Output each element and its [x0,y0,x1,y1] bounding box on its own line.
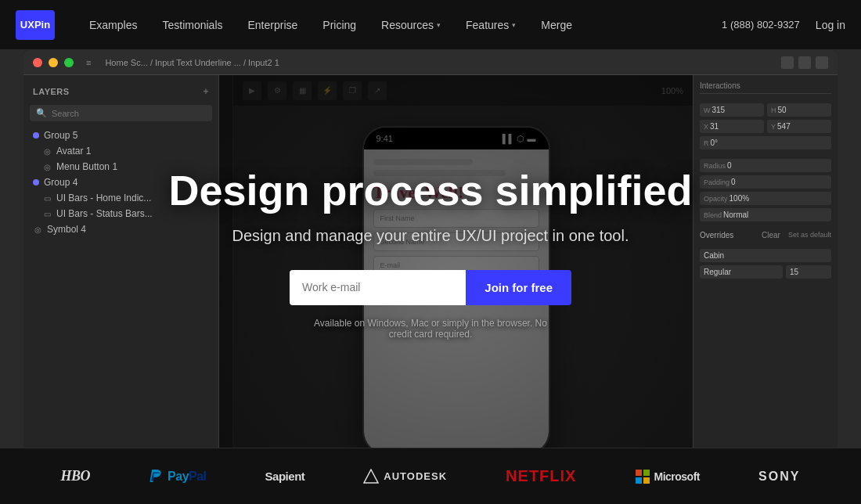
svg-rect-3 [636,477,642,484]
nav-features[interactable]: Features▾ [455,14,527,36]
x-value: 31 [710,122,719,131]
font-input[interactable]: Cabin [700,249,831,262]
layer-menubutton1[interactable]: ◎ Menu Button 1 [23,159,218,175]
phone-input-firstname: First Name [373,209,539,228]
right-panel: Interactions W 315 H 50 [693,75,838,504]
layer-rect-icon: ▭ [42,193,52,203]
search-placeholder: Search [52,109,79,118]
layer-label: Symbol 4 [47,224,86,235]
logo-autodesk: AUTODESK [363,469,447,484]
svg-rect-1 [636,470,642,476]
mockup-titlebar: ≡ Home Sc... / Input Text Underline ... … [23,50,838,75]
layer-avatar1[interactable]: ◎ Avatar 1 [23,143,218,159]
layer-symbol-icon: ◎ [33,225,42,234]
style-section: Radius 0 Padding 0 Opaci [700,159,831,221]
y-input[interactable]: Y 547 [767,120,831,133]
phone-time: 9:41 [376,134,393,143]
layer-group5[interactable]: Group 5 [23,128,218,143]
autodesk-logo-icon [363,469,379,484]
paypal-logo-text: PayPal [168,470,206,484]
settings-btn[interactable]: ⚙ [268,81,286,100]
font-weight-input[interactable]: Regular [700,265,783,279]
login-link[interactable]: Log in [816,19,845,31]
opacity-input[interactable]: Opacity 100% [700,192,831,205]
titlebar-play-icon[interactable] [781,56,794,69]
hbo-logo-text: HBO [61,468,91,484]
font-weight-value: Regular [704,268,731,276]
titlebar-export-icon[interactable] [798,56,811,69]
window-minimize-dot [49,58,58,67]
set-default-label[interactable]: Set as default [788,231,831,239]
sony-logo-text: SONY [758,470,800,484]
width-input[interactable]: W 315 [700,103,764,117]
padding-input[interactable]: Padding 0 [700,175,831,189]
blend-input[interactable]: Blend Normal [700,208,831,221]
overrides-label: Overrides [700,231,733,239]
layer-uibars-status[interactable]: ▭ UI Bars - Status Bars... [23,206,218,221]
phone-status-bar: 9:41 ▌▌ ⬡ ▬ [364,128,549,149]
logo-sony: SONY [758,470,800,484]
phone-number: 1 (888) 802-9327 [722,19,800,31]
y-value: 547 [777,122,791,131]
logo-paypal: PayPal [149,469,206,484]
layer-symbol4[interactable]: ◎ Symbol 4 [23,221,218,237]
layers-search[interactable]: 🔍 Search [30,105,212,121]
blend-value: Normal [723,211,748,219]
titlebar-share-icon[interactable] [816,56,828,69]
phone-input-label: First Name [380,214,532,222]
layout-btn[interactable]: ▦ [293,81,312,100]
layer-group4[interactable]: Group 4 [23,175,218,190]
x-input[interactable]: X 31 [700,120,764,133]
font-size-input[interactable]: 15 [786,265,831,279]
nav-pricing[interactable]: Pricing [312,14,367,36]
navbar: UXPin Examples Testimonials Enterprise P… [0,0,861,50]
layer-component-icon: ◎ [42,162,52,171]
nav-merge[interactable]: Merge [530,14,583,36]
window-close-dot [33,58,42,67]
titlebar-path: Home Sc... / Input Text Underline ... / … [105,58,775,67]
logo[interactable]: UXPin [16,10,55,40]
layer-label: Group 5 [44,130,77,141]
svg-rect-4 [643,477,650,484]
nav-enterprise[interactable]: Enterprise [237,14,309,36]
interactions-section: Interactions [700,81,831,94]
share-btn[interactable]: ↗ [368,81,387,100]
height-input[interactable]: H 50 [767,103,831,117]
autodesk-logo-text: AUTODESK [384,470,447,482]
rotate-value: 0° [711,139,719,147]
nav-resources[interactable]: Resources▾ [370,14,452,36]
font-size-value: 15 [790,268,798,276]
typography-section: Cabin Regular 15 [700,249,831,279]
clear-label[interactable]: Clear [762,231,780,239]
email-input[interactable] [290,270,466,305]
layer-label: UI Bars - Home Indic... [56,193,151,203]
layer-uibars-home[interactable]: ▭ UI Bars - Home Indic... [23,190,218,206]
flash-btn[interactable]: ⚡ [318,81,337,100]
search-icon: 🔍 [36,108,47,118]
height-value: 50 [778,106,787,114]
phone-signals: ▌▌ ⬡ ▬ [503,134,536,144]
nav-right: 1 (888) 802-9327 Log in [722,19,845,31]
radius-input[interactable]: Radius 0 [700,159,831,172]
rotate-input[interactable]: R 0° [700,136,831,149]
font-value: Cabin [704,251,724,260]
video-btn[interactable]: ▶ [243,81,261,100]
padding-value: 0 [731,178,736,186]
logo-netflix: NETFLIX [506,467,576,485]
join-button[interactable]: Join for free [466,270,571,305]
phone-input-secondname: Second Name [373,232,539,251]
component-btn[interactable]: ❐ [343,81,362,100]
width-value: 315 [712,106,726,114]
layer-color-dot [33,179,39,185]
layer-rect-icon: ▭ [42,209,52,218]
svg-rect-2 [643,470,650,476]
paypal-logo-icon [149,469,163,484]
microsoft-logo-icon [636,470,650,484]
phone-line [373,159,473,165]
logo-sapient: Sapient [265,470,305,483]
overrides-section: Overrides Clear Set as default [700,231,831,239]
layer-label: Group 4 [44,177,77,188]
nav-examples[interactable]: Examples [78,14,148,36]
layers-add-icon[interactable]: + [203,86,209,97]
nav-testimonials[interactable]: Testimonials [151,14,233,36]
